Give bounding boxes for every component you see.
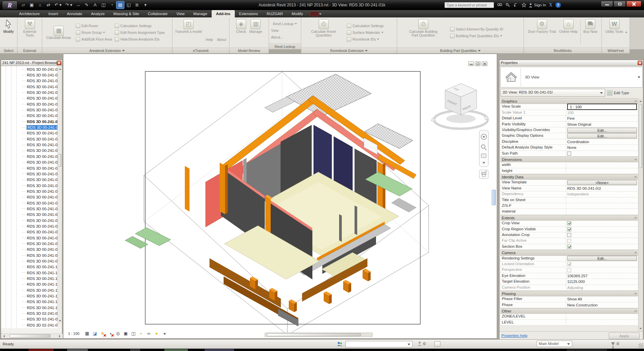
tab-extensions[interactable]: Extensions [235,10,262,17]
minimize-button[interactable] [601,1,613,7]
sun-path-icon[interactable]: ☀ [100,331,105,336]
calculate-areas-button[interactable]: ▦ Calculate Areas [43,18,74,47]
subscription-key-icon[interactable] [504,2,511,8]
collapse-chevron-icon[interactable] [634,252,637,254]
add-edit-floor-area-button[interactable]: Add/Edit Floor Area [75,36,113,42]
shadows-icon[interactable]: ◑ [108,331,113,336]
select-element-by-quantity-id-button[interactable]: Select Element By Quantity ID [449,26,504,32]
tree-item-rds-3d-00-241-01e[interactable]: RDS 3D 00-241-01e [1,84,58,90]
tree-item-rds-3d-00-241-01j[interactable]: RDS 3D 00-241-01j [1,113,58,119]
checkbox-perspective[interactable] [567,268,571,272]
lookup-about-button[interactable]: About... [270,34,300,40]
scale-button[interactable]: 1 : 100 [65,331,82,336]
value-detail-level[interactable]: Fine [567,116,575,120]
pan-left-icon[interactable]: ◂ [162,331,167,336]
tree-item-rds-3d-02-241-02[interactable]: RDS 3D 02-241-02 [1,322,58,328]
collapse-chevron-icon[interactable] [634,159,637,161]
value-view-name[interactable]: RDS 3D 00-241-01l [567,186,601,190]
collapse-chevron-icon[interactable] [634,176,637,179]
button-rendering-settings[interactable]: Edit... [567,256,637,261]
properties-help-link[interactable]: Properties help [501,334,527,338]
sync-icon[interactable]: ⇄ [45,1,52,9]
manage-button[interactable]: ▥ Manage [248,18,264,47]
transmit-a-model-button[interactable]: ◰ Transmit a model [174,18,204,47]
tree-item-rds-3d-00-241-08[interactable]: RDS 3D 00-241-08 [1,252,58,258]
apply-button[interactable]: Apply [609,333,640,339]
tree-item-rds-3d-00-241-07[interactable]: RDS 3D 00-241-07 [1,247,58,252]
roombook-ids-button[interactable]: Roombook IDs [346,36,385,42]
buy-now-button[interactable]: ⛟ Buy Now [582,18,599,47]
view-minimize-icon[interactable] [468,61,474,66]
collapse-chevron-icon[interactable] [634,293,637,295]
collapse-chevron-icon[interactable] [634,310,637,313]
value-dependency[interactable]: Independent [567,192,589,196]
show-crop-region-icon[interactable]: ◫ [131,331,136,336]
tree-item-rds-3d-00-241-03e[interactable]: RDS 3D 00-241-03e [1,171,58,177]
tree-item-rds-3d-00-241-03c[interactable]: RDS 3D 00-241-03c [1,160,58,165]
panel-label-roombook[interactable]: Roombook Extension [301,48,397,53]
worksets-icon[interactable] [337,341,343,347]
measure-icon[interactable]: ↔ [74,1,82,9]
canvas-horizontal-scrollbar[interactable] [265,333,373,337]
tab-manage[interactable]: Manage [189,10,212,17]
tab-ruzgar[interactable]: RUZGAR [262,10,287,17]
maximize-button[interactable] [613,1,626,7]
qat-customize-icon[interactable]: ▾ [142,1,149,9]
tree-item-rds-3d-00-241-16a[interactable]: RDS 3D 00-241-16a [1,299,58,305]
checkbox-annotation-crop[interactable] [567,233,571,237]
view-restore-icon[interactable] [475,61,481,66]
tab-insert[interactable]: Insert [44,10,62,17]
tree-item-rds-3d-00-241-01m[interactable]: RDS 3D 00-241-01m [1,130,58,136]
exchange-apps-icon[interactable]: X [547,2,554,8]
check-button[interactable]: ◈ Check [235,18,248,47]
reveal-hidden-icon[interactable]: ∞ [146,331,152,336]
roombook-calculation-settings-button[interactable]: Calculation Settings [346,23,385,29]
project-browser-close-icon[interactable] [57,61,61,65]
tree-item-rds-3d-00-241-01p[interactable]: RDS 3D 00-241-01p [1,136,58,142]
value-scale-value-1[interactable]: 100 [567,111,574,115]
tree-item-rds-3d-00-241-04[interactable]: RDS 3D 00-241-04 [1,218,58,223]
tab-annotate[interactable]: Annotate [62,10,87,17]
value-discipline[interactable]: Coordination [567,140,589,144]
tree-item-rds-3d-00-241-03l[interactable]: RDS 3D 00-241-03l [1,212,58,218]
value-default-analysis-display-style[interactable]: None [567,145,577,150]
search-icon[interactable] [496,2,503,8]
tree-item-rds-3d-00-241-01k[interactable]: RDS 3D 00-241-01k [1,119,58,124]
properties-titlebar[interactable]: Properties [499,60,643,66]
tree-item-rds-3d-00-241-03b[interactable]: RDS 3D 00-241-03b [1,154,58,159]
collapse-chevron-icon[interactable] [634,100,637,103]
panel-label-areabook[interactable]: Areabook Extension [42,48,172,53]
surface-materials-button[interactable]: Surface Materials [346,30,385,36]
value-target-elevation[interactable]: 11125.000 [567,280,585,284]
redo-icon[interactable]: ↷ ▾ [64,1,74,9]
tree-item-rds-3d-00-241-01d[interactable]: RDS 3D 00-241-01d [1,78,58,84]
resize-grip[interactable] [639,343,643,348]
tree-item-rds-3d-00-241-13[interactable]: RDS 3D 00-241-13 [1,276,58,281]
section-other[interactable]: Other [500,308,638,314]
tab-modify[interactable]: Modify [287,10,308,17]
tree-item-rds-3d-00-241-14[interactable]: RDS 3D 00-241-14 [1,282,58,287]
tree-item-rds-3d-00-241-01f[interactable]: RDS 3D 00-241-01f [1,90,58,95]
tab-collaborate[interactable]: Collaborate [144,10,172,17]
tree-item-rds-3d-00-241-03j[interactable]: RDS 3D 00-241-03j [1,200,58,206]
view-cube[interactable]: TOP FRONT RIGHT [431,83,488,129]
navigation-bar[interactable] [479,130,488,179]
browser-vertical-scrollbar[interactable] [57,66,62,324]
lookup-view-button[interactable]: View [270,27,300,34]
editable-only-filter[interactable]: :0 [418,341,426,346]
calculate-room-quantities-button[interactable]: ⎙ Calculate Room Quantities [302,18,345,47]
tree-item-rds-3d-00-241-02[interactable]: RDS 3D 00-241-02 [1,142,58,148]
browser-horizontal-scrollbar[interactable] [1,334,63,338]
home-icon[interactable]: ⌂ [36,1,44,9]
properties-scrollbar[interactable] [638,98,643,332]
tab-massing-site[interactable]: Massing & Site [109,10,144,17]
door-factory-trial-button[interactable]: ⚙ Door Factory Trial [527,18,557,47]
section-dimensions[interactable]: Dimensions [500,157,638,162]
section-identity-data[interactable]: Identity Data [500,174,638,180]
button-view-template[interactable]: <None> [567,180,637,185]
hide-show-areabook-ids-button[interactable]: Hide/Show Areabook IDs [114,36,166,42]
tree-item-rds-3d-00-241-03a[interactable]: RDS 3D 00-241-03a [1,148,58,154]
text-icon[interactable]: A [91,1,99,9]
section-extents[interactable]: Extents [500,215,638,221]
sign-in-button[interactable]: Sign In [529,3,546,7]
